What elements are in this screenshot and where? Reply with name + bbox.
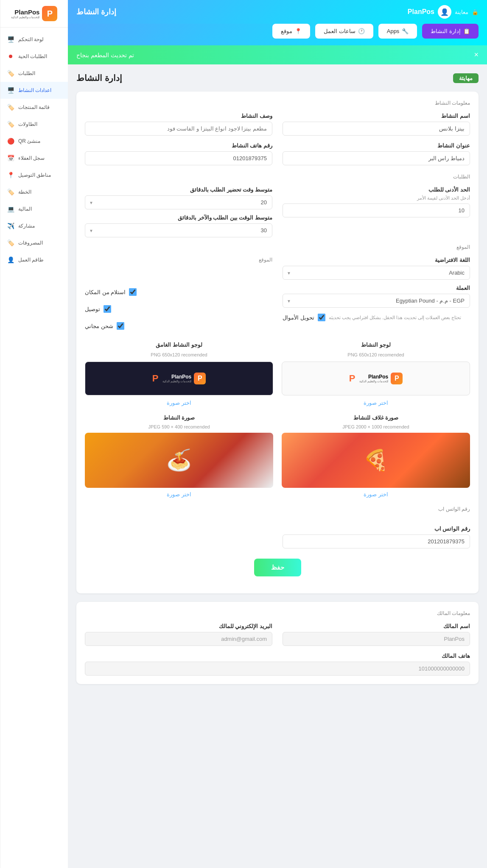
sidebar-item-orders[interactable]: الطلبات 🏷️ [0, 65, 68, 82]
logo-dark-upload-box: لوجو النشاط الغامق PNG 650x120 recomende… [85, 342, 273, 406]
activity-phone-input[interactable] [85, 151, 272, 165]
staff-icon: 👤 [6, 256, 15, 264]
tab-location-label: موقع [281, 28, 292, 34]
activity-image-box: صورة النشاط JPEG 590 × 400 recomended 🍝 … [85, 415, 273, 498]
choose-logo-dark-button[interactable]: اختر صورة [167, 400, 191, 406]
avg-prep-group: متوسط وقت تحضير الطلب بالدقائق 20 30 45 … [85, 186, 272, 209]
tab-apps-label: Apps [387, 28, 400, 34]
owner-email-group: البريد الإلكتروني للمالك [85, 623, 272, 646]
sidebar-item-delivery[interactable]: مناطق التوصيل 📍 [0, 167, 68, 184]
sidebar-item-products[interactable]: قائمة المنتجات 🏷️ [0, 99, 68, 116]
sidebar-navigation: لوحة التحكم 🖥️ الطلبات الحية الطلبات 🏷️ … [0, 28, 68, 272]
delivery-label: توصيل [85, 306, 100, 312]
activity-image-hint: JPEG 590 × 400 recomended [148, 424, 210, 429]
activity-desc-input[interactable] [85, 122, 272, 136]
whatsapp-input[interactable] [283, 534, 470, 548]
logo-text-block: PlanPos للخدمات والتعليم الذكية [11, 8, 40, 19]
tables-icon: 🏷️ [6, 120, 15, 128]
tab-location[interactable]: 📍 موقع [272, 24, 310, 39]
brand-name: PlanPos [408, 8, 434, 16]
user-name: معاينة [455, 9, 468, 15]
pickup-label: استلام من المكان [85, 289, 126, 295]
min-order-input[interactable] [283, 203, 470, 217]
min-order-group: الحد الأدنى للطلب أدخل الحد الأدنى لقيمة… [283, 186, 470, 237]
activity-name-input[interactable] [283, 122, 470, 136]
success-message: تم تحديث المطعم بنجاح [76, 52, 134, 58]
logo-upload-section: لوجو النشاط PNG 650x120 recomended P Pla… [85, 342, 470, 406]
save-button[interactable]: حفظ [254, 559, 301, 576]
currency-select[interactable]: EGP - م.م - Egyptian Pound USD - $ - US … [283, 294, 470, 308]
min-order-sublabel: أدخل الحد الأدنى لقيمة الأمر [283, 195, 470, 201]
tab-activity[interactable]: 📋 إدارة النشاط [422, 24, 479, 39]
choose-logo-button[interactable]: اختر صورة [364, 400, 388, 406]
success-close-button[interactable]: × [474, 50, 479, 59]
pickup-checkbox[interactable] [129, 288, 137, 296]
sidebar-item-expenses[interactable]: المصروفات 🏷️ [0, 234, 68, 251]
sidebar-item-label: الطاولات [18, 121, 37, 127]
currency-select-wrapper: EGP - م.م - Egyptian Pound USD - $ - US … [283, 294, 470, 308]
choose-activity-image-button[interactable]: اختر صورة [167, 491, 191, 498]
whatsapp-label2: رقم الواتس اب [283, 526, 470, 532]
activity-image-preview: 🍝 [85, 433, 273, 488]
avg-between-group: متوسط الوقت بين الطلب والآخر بالدقائق 30… [85, 214, 272, 237]
sidebar-item-dashboard[interactable]: لوحة التحكم 🖥️ [0, 31, 68, 48]
sidebar-item-label: منشئ QR [18, 138, 40, 144]
tab-hours-icon: 🕐 [358, 28, 365, 34]
default-lang-group: اللغة الافتراضية Arabic English [283, 257, 470, 280]
orders-grid: الحد الأدنى للطلب أدخل الحد الأدنى لقيمة… [85, 186, 470, 237]
delivery-checkbox[interactable] [104, 305, 111, 313]
activity-address-input[interactable] [283, 151, 470, 165]
activity-address-group: عنوان النشاط [283, 142, 470, 165]
activity-desc-group: وصف النشاط [85, 113, 272, 136]
delivery-icon: 📍 [6, 171, 15, 179]
lang-select[interactable]: Arabic English [283, 266, 470, 280]
status-badge: مهايئة [453, 73, 479, 83]
page-title: إدارة النشاط [76, 73, 122, 83]
cover-image-box: صورة غلاف للنشاط JPEG 2000 × 1000 recome… [282, 415, 470, 498]
logo-dark-preview: P PlanPos للخدمات والتعليم الذكية P [85, 362, 273, 395]
lang-select-wrapper: Arabic English [283, 266, 470, 280]
activity-phone-group: رقم هاتف النشاط [85, 142, 272, 165]
sidebar-item-plan[interactable]: الخطة 🏷️ [0, 184, 68, 200]
sidebar-item-label: المالية [18, 206, 32, 212]
sidebar-item-activity[interactable]: اعدادات النشاط 🖥️ [0, 82, 68, 99]
free-shipping-row: شحن مجاني [85, 322, 272, 330]
planpos-logo: P PlanPos للخدمات والتعليم الذكية [11, 6, 58, 21]
avg-prep-select[interactable]: 20 30 45 60 [85, 195, 272, 209]
default-lang-label: اللغة الافتراضية [283, 257, 470, 263]
avatar: 👤 [438, 5, 451, 19]
sidebar-item-label: الخطة [18, 189, 31, 195]
sidebar-item-staff[interactable]: طاقم العمل 👤 [0, 251, 68, 268]
sidebar-item-live-orders[interactable]: الطلبات الحية [0, 48, 68, 65]
min-order-label: الحد الأدنى للطلب [283, 186, 470, 193]
owner-name-group: اسم المالك [283, 623, 470, 646]
sidebar-item-label: قائمة المنتجات [18, 104, 50, 110]
sidebar-item-qr[interactable]: منشئ QR 🔴 [0, 133, 68, 150]
transfer-funds-note: تحتاج بعض العملات إلى تحديث هذا الحقل. ب… [329, 315, 462, 320]
location2-label: الموقع [85, 257, 272, 263]
sidebar-item-tables[interactable]: الطاولات 🏷️ [0, 116, 68, 133]
choose-cover-button[interactable]: اختر صورة [364, 491, 388, 498]
logo-main-text: PlanPos [11, 8, 40, 16]
qr-icon: 🔴 [6, 137, 15, 145]
pizza-food-image: 🍕 [282, 433, 470, 488]
sidebar-item-finance[interactable]: المالية 💻 [0, 200, 68, 217]
tab-hours[interactable]: 🕐 ساعات العمل [315, 24, 373, 39]
topbar-user: 🔒 معاينة 👤 PlanPos [408, 5, 479, 19]
location-label: الموقع [85, 244, 470, 250]
avg-between-select[interactable]: 30 20 45 60 [85, 223, 272, 237]
sidebar-item-share[interactable]: مشاركة ✈️ [0, 217, 68, 234]
currency-group: العملة EGP - م.م - Egyptian Pound USD - … [283, 285, 470, 333]
tab-apps[interactable]: 🔧 Apps [378, 24, 417, 39]
sidebar-item-customers[interactable]: سجل العفلاء 📅 [0, 150, 68, 167]
free-shipping-checkbox[interactable] [117, 322, 124, 330]
whatsapp-label-group: رقم الواتس اب [283, 506, 470, 519]
owner-phone-input [85, 662, 470, 676]
logo-preview: P PlanPos للخدمات والتعليم الذكية P [282, 362, 470, 395]
whatsapp-grid: رقم الواتس اب رقم الواتس اب [85, 506, 470, 548]
share-icon: ✈️ [6, 222, 15, 230]
sidebar-item-label: طاقم العمل [18, 257, 44, 263]
sidebar-logo: P PlanPos للخدمات والتعليم الذكية [0, 0, 68, 28]
transfer-funds-checkbox[interactable] [318, 314, 325, 321]
avg-prep-select-wrapper: 20 30 45 60 [85, 195, 272, 209]
